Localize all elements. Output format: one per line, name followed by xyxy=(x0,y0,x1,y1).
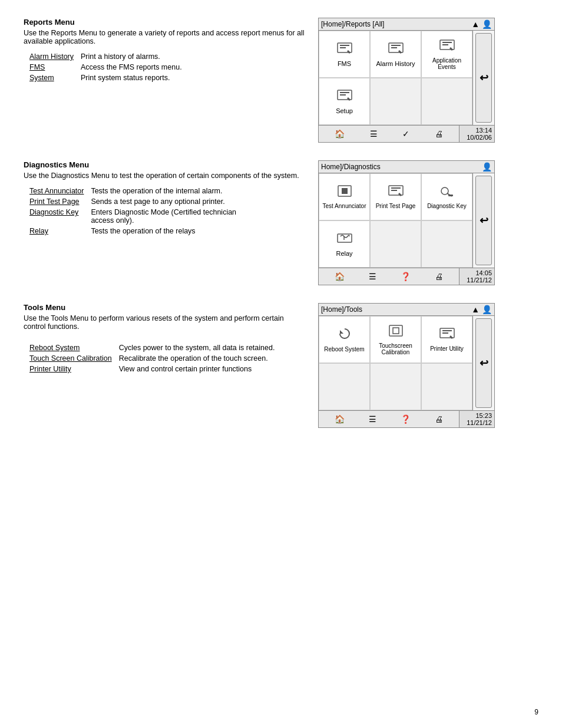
print-test-icon xyxy=(388,185,404,201)
test-annunciator-label: Test Annunciator xyxy=(323,203,366,209)
diag-cell-relay[interactable]: Relay xyxy=(319,220,370,268)
tools-cell-empty2 xyxy=(370,363,421,410)
diag-cell-test[interactable]: Test Annunciator xyxy=(319,173,370,220)
list-item: Printer Utility View and control certain… xyxy=(29,364,275,374)
reports-footer: 🏠 ☰ ✓ 🖨 13:14 10/02/06 xyxy=(319,125,494,142)
print-icon[interactable]: 🖨 xyxy=(435,129,443,139)
alarm-history-link[interactable]: Alarm History xyxy=(29,51,81,62)
tools-cell-reboot[interactable]: Reboot System xyxy=(319,316,370,363)
svg-rect-11 xyxy=(340,94,346,95)
menu-icon[interactable]: ☰ xyxy=(369,272,376,281)
touchscreen-calib-link[interactable]: Touch Screen Calibration xyxy=(29,353,119,364)
list-item: Relay Tests the operation of the relays xyxy=(29,226,256,236)
svg-rect-24 xyxy=(393,328,399,334)
reports-panel-body: FMS Alarm History Application Events xyxy=(319,31,494,125)
tools-time: 15:23 11/21/12 xyxy=(459,411,494,427)
diagnostics-menu-list: Test Annunciator Tests the operation of … xyxy=(29,186,256,236)
tools-panel: [Home]/Tools ▲ 👤 Reboot System xyxy=(318,303,542,428)
up-icon[interactable]: ▲ xyxy=(471,19,480,29)
alarm-history-desc: Print a history of alarms. xyxy=(81,51,182,62)
tools-panel-body: Reboot System Touchscreen Calibration Pr… xyxy=(319,316,494,410)
print-test-page-link[interactable]: Print Test Page xyxy=(29,196,91,207)
touchscreen-icon xyxy=(388,324,404,341)
home-icon[interactable]: 🏠 xyxy=(335,272,345,281)
reports-grid: FMS Alarm History Application Events xyxy=(319,31,473,125)
diagnostic-key-link[interactable]: Diagnostic Key xyxy=(29,207,91,226)
reports-cell-appevents[interactable]: Application Events xyxy=(421,31,472,78)
fms-desc: Access the FMS reports menu. xyxy=(81,62,182,73)
reports-time: 13:14 10/02/06 xyxy=(459,126,494,142)
reboot-system-link[interactable]: Reboot System xyxy=(29,342,119,353)
diagnostics-desc: Use the Diagnostics Menu to test the ope… xyxy=(24,172,306,180)
print-icon[interactable]: 🖨 xyxy=(435,414,443,424)
menu-icon[interactable]: ☰ xyxy=(370,129,378,139)
tools-grid: Reboot System Touchscreen Calibration Pr… xyxy=(319,316,473,410)
diagnostics-sidebar: ↩ xyxy=(473,173,494,268)
list-item: Alarm History Print a history of alarms. xyxy=(29,51,182,62)
list-item: Print Test Page Sends a test page to any… xyxy=(29,196,256,207)
diagnostics-header-icons: 👤 xyxy=(482,162,492,172)
diag-key-label: Diagnostic Key xyxy=(427,203,467,209)
home-icon[interactable]: 🏠 xyxy=(335,414,345,424)
check-icon[interactable]: ✓ xyxy=(402,129,409,139)
diagnostics-ui-panel: Home]/Diagnostics 👤 Test Annunciator xyxy=(318,160,495,285)
tools-menu-list: Reboot System Cycles power to the system… xyxy=(29,342,275,374)
test-annunciator-link[interactable]: Test Annunciator xyxy=(29,186,91,196)
printer-utility-link[interactable]: Printer Utility xyxy=(29,364,119,374)
app-events-cell-label: Application Events xyxy=(424,57,470,70)
system-desc: Print system status reports. xyxy=(81,73,182,83)
diagnostics-left: Diagnostics Menu Use the Diagnostics Men… xyxy=(24,160,306,285)
diagnostics-footer: 🏠 ☰ ❓ 🖨 14:05 11/21/12 xyxy=(319,268,494,285)
reports-section: Reports Menu Use the Reports Menu to gen… xyxy=(24,18,538,143)
reboot-cell-label: Reboot System xyxy=(324,346,364,353)
diagnostics-title: Diagnostics Menu xyxy=(24,160,306,169)
svg-rect-1 xyxy=(340,45,349,46)
fms-link[interactable]: FMS xyxy=(29,62,81,73)
svg-rect-15 xyxy=(391,187,401,189)
diagnostics-panel-body: Test Annunciator Print Test Page Diagnos… xyxy=(319,173,494,268)
list-item: Touch Screen Calibration Recalibrate the… xyxy=(29,353,275,364)
diagnostics-time: 14:05 11/21/12 xyxy=(459,268,494,285)
reports-cell-empty2 xyxy=(421,78,472,125)
reports-cell-alarmhistory[interactable]: Alarm History xyxy=(370,31,421,78)
test-annunciator-desc: Tests the operation of the internal alar… xyxy=(91,186,256,196)
svg-rect-23 xyxy=(389,325,402,336)
svg-rect-5 xyxy=(391,47,397,48)
question-icon[interactable]: ❓ xyxy=(401,414,411,424)
tools-back-button[interactable]: ↩ xyxy=(475,318,492,408)
system-link[interactable]: System xyxy=(29,73,81,83)
reboot-icon xyxy=(336,327,353,344)
reports-cell-setup[interactable]: Setup xyxy=(319,78,370,125)
tools-sidebar: ↩ xyxy=(473,316,494,410)
reports-panel: [Home]/Reports [All] ▲ 👤 FMS xyxy=(318,18,542,143)
relay-desc: Tests the operation of the relays xyxy=(91,226,256,236)
alarm-history-cell-icon xyxy=(388,42,404,58)
relay-link[interactable]: Relay xyxy=(29,226,91,236)
list-item: Reboot System Cycles power to the system… xyxy=(29,342,275,353)
back-button[interactable]: ↩ xyxy=(475,33,492,123)
svg-rect-16 xyxy=(391,190,397,191)
question-icon[interactable]: ❓ xyxy=(401,272,411,281)
tools-title: Tools Menu xyxy=(24,303,306,312)
home-icon[interactable]: 🏠 xyxy=(335,129,345,139)
reports-header-icons: ▲ 👤 xyxy=(471,19,492,29)
user-icon: 👤 xyxy=(482,19,492,29)
tools-cell-empty3 xyxy=(421,363,472,410)
diag-key-icon xyxy=(439,185,455,201)
up-icon[interactable]: ▲ xyxy=(471,305,480,314)
reports-ui-panel: [Home]/Reports [All] ▲ 👤 FMS xyxy=(318,18,495,143)
diag-cell-diagkey[interactable]: Diagnostic Key xyxy=(421,173,472,220)
menu-icon[interactable]: ☰ xyxy=(369,414,376,424)
diagnostics-footer-icons: 🏠 ☰ ❓ 🖨 xyxy=(319,268,459,285)
print-test-page-desc: Sends a test page to any optional printe… xyxy=(91,196,256,207)
print-icon[interactable]: 🖨 xyxy=(435,272,443,281)
diag-back-button[interactable]: ↩ xyxy=(475,176,492,265)
user-icon: 👤 xyxy=(482,162,492,172)
diag-cell-empty2 xyxy=(421,220,472,268)
tools-cell-printer[interactable]: Printer Utility xyxy=(421,316,472,363)
svg-rect-26 xyxy=(442,330,452,331)
reports-cell-fms[interactable]: FMS xyxy=(319,31,370,78)
diag-cell-print[interactable]: Print Test Page xyxy=(370,173,421,220)
setup-cell-icon xyxy=(336,89,353,106)
tools-cell-touchscreen[interactable]: Touchscreen Calibration xyxy=(370,316,421,363)
